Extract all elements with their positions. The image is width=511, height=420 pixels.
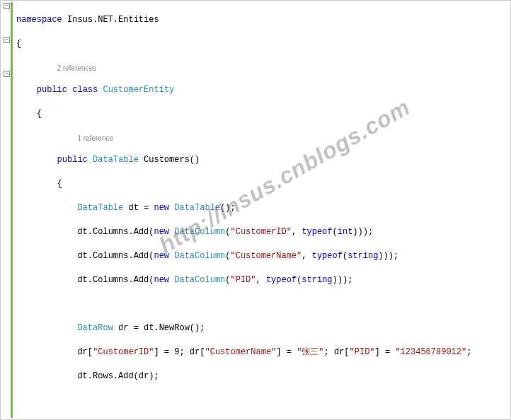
- code-text: ] =: [154, 347, 174, 357]
- keyword-namespace: namespace: [16, 15, 62, 25]
- collapse-icon[interactable]: −: [4, 71, 10, 77]
- keyword-public: public: [37, 85, 67, 95]
- code-text: dt.Columns.Add(: [77, 275, 154, 285]
- code-text: ] =: [375, 347, 396, 357]
- string-literal: "CustomerName": [230, 251, 302, 261]
- code-text: ;: [466, 347, 471, 357]
- keyword-typeof: typeof: [266, 275, 297, 285]
- code-text: ; dr[: [324, 347, 350, 357]
- code-text: )));: [333, 275, 353, 285]
- keyword-typeof: typeof: [312, 251, 343, 261]
- type-datarow: DataRow: [77, 323, 113, 333]
- type-datacolumn: DataColumn: [174, 251, 225, 261]
- code-text: dr = dt.NewRow();: [113, 323, 205, 333]
- code-text: (: [333, 227, 338, 237]
- type-datatable: DataTable: [77, 203, 123, 213]
- change-bar: [11, 2, 13, 418]
- code-text: )));: [378, 251, 398, 261]
- string-literal: "CustomerID": [230, 227, 291, 237]
- code-editor[interactable]: namespace Insus.NET.Entities { 2 referen…: [16, 2, 477, 420]
- type-datatable: DataTable: [174, 203, 220, 213]
- return-type: DataTable: [93, 155, 139, 165]
- keyword-new: new: [154, 227, 169, 237]
- code-text: ,: [256, 275, 266, 285]
- namespace-name: Insus.NET.Entities: [62, 15, 159, 25]
- collapse-icon[interactable]: −: [4, 37, 10, 43]
- keyword-new: new: [154, 251, 169, 261]
- keyword-new: new: [154, 275, 169, 285]
- brace: {: [16, 39, 21, 49]
- brace: {: [57, 179, 62, 189]
- code-text: )));: [352, 227, 373, 237]
- gutter: − − −: [1, 1, 11, 419]
- string-literal: "PID": [350, 347, 375, 357]
- code-text: ; dr[: [179, 347, 205, 357]
- code-text: dt.Columns.Add(: [77, 251, 154, 261]
- type-string: string: [302, 275, 332, 285]
- string-literal: "PID": [230, 275, 256, 285]
- code-text: dt.Rows.Add(dr);: [77, 371, 159, 381]
- code-text: ();: [220, 203, 236, 213]
- collapse-icon[interactable]: −: [4, 3, 10, 9]
- code-text: ,: [292, 227, 302, 237]
- string-literal: "CustomerID": [93, 347, 154, 357]
- code-text: ] =: [276, 347, 297, 357]
- class-name: CustomerEntity: [103, 85, 174, 95]
- type-datacolumn: DataColumn: [174, 275, 225, 285]
- string-literal: "张三": [297, 347, 323, 357]
- code-text: dt =: [123, 203, 154, 213]
- code-text: ,: [302, 251, 311, 261]
- string-literal: "CustomerName": [205, 347, 276, 357]
- type-int: int: [338, 227, 353, 237]
- keyword-public: public: [57, 155, 88, 165]
- keyword-typeof: typeof: [302, 227, 332, 237]
- brace: {: [37, 109, 42, 119]
- codelens-class[interactable]: 2 references: [57, 64, 97, 72]
- code-text: dr[: [77, 347, 93, 357]
- codelens-method[interactable]: 1 reference: [77, 134, 113, 142]
- string-literal: "123456789012": [395, 347, 466, 357]
- method-name: Customers(): [139, 155, 200, 165]
- type-string: string: [348, 251, 378, 261]
- keyword-class: class: [72, 85, 98, 95]
- code-text: dt.Columns.Add(: [77, 227, 154, 237]
- type-datacolumn: DataColumn: [174, 227, 225, 237]
- keyword-new: new: [154, 203, 169, 213]
